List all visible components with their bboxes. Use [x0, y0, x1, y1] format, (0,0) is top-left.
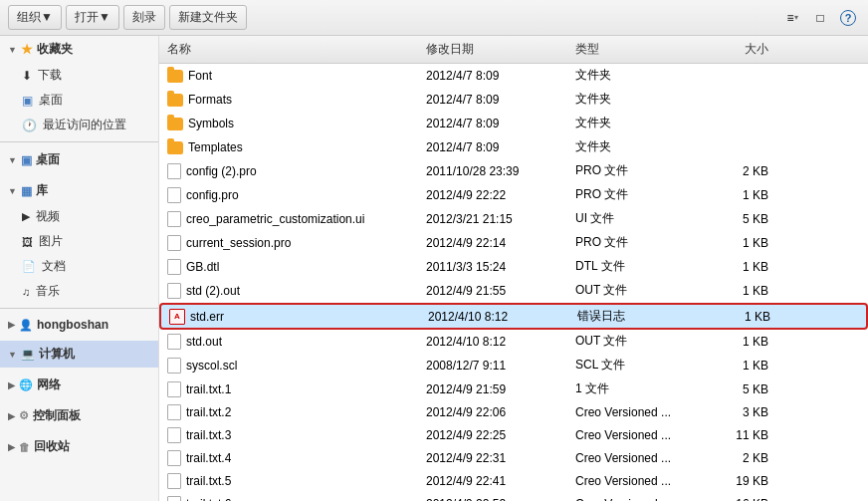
- new-folder-button[interactable]: 新建文件夹: [169, 5, 247, 30]
- desktop-section-label: 桌面: [36, 151, 60, 168]
- file-name-cell: Symbols: [159, 115, 418, 132]
- sidebar-item-music[interactable]: ♫ 音乐: [0, 279, 158, 304]
- file-type-cell: Creo Versioned ...: [567, 495, 697, 501]
- file-name-cell: trail.txt.2: [159, 402, 418, 422]
- network-icon: 🌐: [19, 378, 33, 391]
- hongboshan-header[interactable]: ▶ 👤 hongboshan: [0, 313, 158, 337]
- table-row[interactable]: GB.dtl 2011/3/3 15:24 DTL 文件 1 KB: [159, 255, 868, 279]
- favorites-chevron: ▼: [8, 45, 17, 55]
- sidebar-item-desktop[interactable]: ▣ 桌面: [0, 88, 158, 113]
- table-row[interactable]: Font 2012/4/7 8:09 文件夹: [159, 64, 868, 88]
- recycle-header[interactable]: ▶ 🗑 回收站: [0, 433, 158, 460]
- col-header-type[interactable]: 类型: [567, 39, 697, 60]
- divider-1: [0, 141, 158, 142]
- library-header[interactable]: ▼ ▦ 库: [0, 177, 158, 204]
- sidebar-documents-label: 文档: [42, 258, 66, 275]
- control-label: 控制面板: [33, 407, 81, 424]
- view-button[interactable]: ≡ ▾: [780, 7, 804, 29]
- sidebar-item-documents[interactable]: 📄 文档: [0, 254, 158, 279]
- file-icon: [167, 473, 181, 489]
- file-name-cell: config (2).pro: [159, 161, 418, 181]
- file-date-cell: 2012/4/9 22:52: [418, 495, 567, 501]
- recycle-label: 回收站: [34, 438, 70, 455]
- file-date-cell: 2012/4/9 22:14: [418, 234, 567, 252]
- table-row[interactable]: current_session.pro 2012/4/9 22:14 PRO 文…: [159, 231, 868, 255]
- file-type-cell: Creo Versioned ...: [567, 403, 697, 421]
- table-row[interactable]: Symbols 2012/4/7 8:09 文件夹: [159, 112, 868, 135]
- file-size-cell: 19 KB: [697, 472, 776, 490]
- table-row[interactable]: trail.txt.3 2012/4/9 22:25 Creo Versione…: [159, 424, 868, 447]
- file-name-cell: current_session.pro: [159, 233, 418, 253]
- computer-label: 计算机: [39, 346, 75, 363]
- table-row[interactable]: std (2).out 2012/4/9 21:55 OUT 文件 1 KB: [159, 279, 868, 303]
- file-icon: [167, 358, 181, 374]
- table-row[interactable]: Templates 2012/4/7 8:09 文件夹: [159, 135, 868, 159]
- file-date-cell: 2012/4/9 22:31: [418, 449, 567, 467]
- desktop-section-header[interactable]: ▼ ▣ 桌面: [0, 146, 158, 173]
- table-row[interactable]: trail.txt.6 2012/4/9 22:52 Creo Versione…: [159, 493, 868, 501]
- table-row[interactable]: A std.err 2012/4/10 8:12 错误日志 1 KB: [159, 303, 868, 330]
- file-name-cell: std (2).out: [159, 281, 418, 301]
- table-row[interactable]: trail.txt.1 2012/4/9 21:59 1 文件 5 KB: [159, 377, 868, 401]
- favorites-header[interactable]: ▼ ★ 收藏夹: [0, 36, 158, 63]
- sidebar-item-recent[interactable]: 🕐 最近访问的位置: [0, 113, 158, 137]
- toolbar-right: ≡ ▾ □ ?: [780, 7, 860, 29]
- favorites-label: 收藏夹: [37, 41, 73, 58]
- file-name-cell: trail.txt.5: [159, 471, 418, 491]
- table-row[interactable]: trail.txt.5 2012/4/9 22:41 Creo Versione…: [159, 470, 868, 493]
- open-button[interactable]: 打开▼: [66, 5, 119, 30]
- burn-button[interactable]: 刻录: [123, 5, 165, 30]
- table-row[interactable]: config.pro 2012/4/9 22:22 PRO 文件 1 KB: [159, 183, 868, 207]
- sidebar-item-download[interactable]: ⬇ 下载: [0, 63, 158, 88]
- col-header-date[interactable]: 修改日期: [418, 39, 567, 60]
- file-type-cell: PRO 文件: [567, 184, 697, 205]
- computer-header[interactable]: ▼ 💻 计算机: [0, 341, 158, 368]
- burn-label: 刻录: [132, 9, 156, 26]
- file-date-cell: 2012/4/7 8:09: [418, 138, 567, 156]
- table-row[interactable]: trail.txt.4 2012/4/9 22:31 Creo Versione…: [159, 447, 868, 470]
- table-row[interactable]: config (2).pro 2011/10/28 23:39 PRO 文件 2…: [159, 159, 868, 183]
- col-header-size[interactable]: 大小: [697, 39, 776, 60]
- divider-2: [0, 308, 158, 309]
- table-row[interactable]: syscol.scl 2008/12/7 9:11 SCL 文件 1 KB: [159, 354, 868, 377]
- hongboshan-chevron: ▶: [8, 320, 15, 330]
- table-row[interactable]: std.out 2012/4/10 8:12 OUT 文件 1 KB: [159, 330, 868, 354]
- sidebar-item-pictures[interactable]: 🖼 图片: [0, 229, 158, 254]
- window-button[interactable]: □: [808, 7, 832, 29]
- file-date-cell: 2012/4/9 22:41: [418, 472, 567, 490]
- file-size-cell: 1 KB: [697, 186, 776, 204]
- file-list: Font 2012/4/7 8:09 文件夹 Formats 2012/4/7 …: [159, 64, 868, 501]
- help-button[interactable]: ?: [836, 7, 860, 29]
- table-row[interactable]: creo_parametric_customization.ui 2012/3/…: [159, 207, 868, 231]
- folder-icon: [167, 70, 183, 83]
- table-row[interactable]: Formats 2012/4/7 8:09 文件夹: [159, 88, 868, 112]
- file-name: GB.dtl: [186, 260, 219, 274]
- recycle-group: ▶ 🗑 回收站: [0, 433, 158, 460]
- desktop-icon: ▣: [22, 94, 33, 108]
- file-name: trail.txt.5: [186, 474, 231, 488]
- file-type-cell: 文件夹: [567, 65, 697, 86]
- hongboshan-group: ▶ 👤 hongboshan: [0, 313, 158, 337]
- control-icon: ⚙: [19, 409, 29, 422]
- control-header[interactable]: ▶ ⚙ 控制面板: [0, 402, 158, 429]
- sidebar-item-video[interactable]: ▶ 视频: [0, 204, 158, 229]
- star-icon: ★: [21, 42, 33, 57]
- file-type-cell: Creo Versioned ...: [567, 426, 697, 444]
- file-date-cell: 2012/4/7 8:09: [418, 91, 567, 109]
- table-row[interactable]: trail.txt.2 2012/4/9 22:06 Creo Versione…: [159, 401, 868, 424]
- library-group: ▼ ▦ 库 ▶ 视频 🖼 图片 📄 文档 ♫ 音乐: [0, 177, 158, 304]
- control-group: ▶ ⚙ 控制面板: [0, 402, 158, 429]
- file-name-cell: config.pro: [159, 185, 418, 205]
- file-type-cell: Creo Versioned ...: [567, 472, 697, 490]
- organize-button[interactable]: 组织▼: [8, 5, 62, 30]
- folder-icon: [167, 94, 183, 107]
- file-type-cell: OUT 文件: [567, 280, 697, 301]
- network-header[interactable]: ▶ 🌐 网络: [0, 372, 158, 398]
- col-header-name[interactable]: 名称: [159, 39, 418, 60]
- organize-label: 组织▼: [17, 9, 53, 26]
- file-size-cell: [697, 74, 776, 78]
- hongboshan-icon: 👤: [19, 319, 33, 332]
- file-type-cell: Creo Versioned ...: [567, 449, 697, 467]
- file-type-cell: 1 文件: [567, 378, 697, 399]
- library-chevron: ▼: [8, 186, 17, 196]
